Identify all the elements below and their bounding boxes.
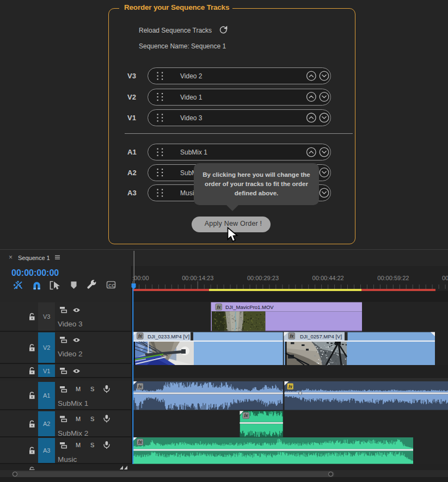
svg-text:DJI_0257.MP4 [V]: DJI_0257.MP4 [V] <box>300 333 342 339</box>
svg-text:DJI_MavicPro1.MOV: DJI_MavicPro1.MOV <box>225 304 274 310</box>
svg-text:fx: fx <box>244 413 249 418</box>
svg-text:fx: fx <box>138 333 143 339</box>
svg-text:fx: fx <box>138 384 143 390</box>
svg-text:fx: fx <box>138 440 143 445</box>
svg-text:fx: fx <box>290 333 294 339</box>
svg-text:fx: fx <box>217 305 222 310</box>
svg-text:DJI_0233.MP4 [V]: DJI_0233.MP4 [V] <box>148 333 189 339</box>
svg-text:fx: fx <box>289 384 293 390</box>
